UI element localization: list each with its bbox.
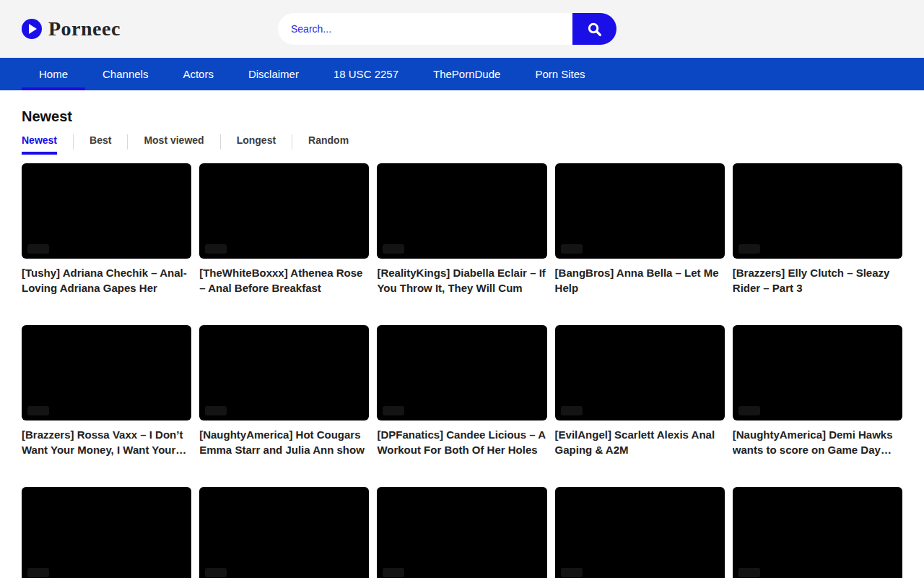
video-card[interactable]: [Brazzers] Elly Clutch – Sleazy Rider – … xyxy=(733,163,902,296)
main-content: Newest NewestBestMost viewedLongestRando… xyxy=(0,108,924,578)
duration-badge xyxy=(383,568,404,577)
video-thumbnail[interactable] xyxy=(377,325,546,420)
video-card[interactable] xyxy=(733,487,902,578)
video-title[interactable]: [TheWhiteBoxxx] Athenea Rose – Anal Befo… xyxy=(199,265,369,296)
tab-newest[interactable]: Newest xyxy=(22,134,57,155)
video-thumbnail[interactable] xyxy=(733,163,902,259)
main-nav: HomeChannelsActorsDisclaimer18 USC 2257T… xyxy=(0,58,924,90)
video-title[interactable]: [Brazzers] Elly Clutch – Sleazy Rider – … xyxy=(733,265,902,296)
nav-item-disclaimer[interactable]: Disclaimer xyxy=(231,58,316,90)
tab-most-viewed[interactable]: Most viewed xyxy=(144,134,204,155)
duration-badge xyxy=(27,244,49,254)
duration-badge xyxy=(738,406,760,415)
video-card[interactable] xyxy=(199,487,369,578)
video-thumbnail[interactable] xyxy=(733,487,902,578)
nav-item-actors[interactable]: Actors xyxy=(165,58,231,90)
duration-badge xyxy=(27,406,49,415)
tab-best[interactable]: Best xyxy=(90,134,111,155)
video-card[interactable]: [NaughtyAmerica] Demi Hawks wants to sco… xyxy=(733,325,902,457)
video-title[interactable]: [Brazzers] Rossa Vaxx – I Don’t Want You… xyxy=(22,427,191,457)
video-card[interactable]: [EvilAngel] Scarlett Alexis Anal Gaping … xyxy=(555,325,725,457)
nav-list: HomeChannelsActorsDisclaimer18 USC 2257T… xyxy=(0,58,924,90)
video-card[interactable]: [DPFanatics] Candee Licious – A Workout … xyxy=(377,325,546,457)
page-title: Newest xyxy=(22,108,902,125)
tab-separator xyxy=(220,134,221,150)
site-header: Porneec xyxy=(0,0,924,58)
video-grid: [Tushy] Adriana Chechik – Anal-Loving Ad… xyxy=(22,163,902,578)
search-icon xyxy=(586,21,603,38)
nav-item-theporndude[interactable]: ThePornDude xyxy=(416,58,518,90)
nav-item-home[interactable]: Home xyxy=(22,58,85,90)
nav-item-porn-sites[interactable]: Porn Sites xyxy=(518,58,602,90)
video-thumbnail[interactable] xyxy=(555,163,725,259)
sort-tabs: NewestBestMost viewedLongestRandom xyxy=(22,134,902,155)
nav-item-channels[interactable]: Channels xyxy=(85,58,165,90)
search-button[interactable] xyxy=(572,13,616,45)
video-title[interactable]: [NaughtyAmerica] Demi Hawks wants to sco… xyxy=(733,427,902,457)
video-thumbnail[interactable] xyxy=(199,325,369,420)
search-form xyxy=(278,13,616,45)
video-thumbnail[interactable] xyxy=(377,163,546,259)
video-thumbnail[interactable] xyxy=(377,487,546,578)
video-card[interactable] xyxy=(22,487,191,578)
tab-separator xyxy=(127,134,128,150)
video-card[interactable]: [TheWhiteBoxxx] Athenea Rose – Anal Befo… xyxy=(199,163,369,296)
duration-badge xyxy=(738,244,760,254)
tab-separator xyxy=(292,134,292,150)
video-title[interactable]: [EvilAngel] Scarlett Alexis Anal Gaping … xyxy=(555,427,725,457)
video-card[interactable]: [Brazzers] Rossa Vaxx – I Don’t Want You… xyxy=(22,325,191,457)
search-input[interactable] xyxy=(278,13,616,45)
tab-longest[interactable]: Longest xyxy=(237,134,276,155)
video-card[interactable]: [BangBros] Anna Bella – Let Me Help xyxy=(555,163,725,296)
video-thumbnail[interactable] xyxy=(555,325,725,420)
video-thumbnail[interactable] xyxy=(22,487,191,578)
duration-badge xyxy=(738,568,760,577)
video-title[interactable]: [BangBros] Anna Bella – Let Me Help xyxy=(555,265,725,296)
duration-badge xyxy=(383,244,404,254)
duration-badge xyxy=(561,406,583,415)
video-card[interactable]: [RealityKings] Diabella Eclair – If You … xyxy=(377,163,546,296)
duration-badge xyxy=(205,244,227,254)
duration-badge xyxy=(561,568,583,577)
video-thumbnail[interactable] xyxy=(22,163,191,259)
video-title[interactable]: [RealityKings] Diabella Eclair – If You … xyxy=(377,265,546,296)
nav-item-18-usc-2257[interactable]: 18 USC 2257 xyxy=(316,58,416,90)
video-title[interactable]: [NaughtyAmerica] Hot Cougars Emma Starr … xyxy=(199,427,369,457)
video-thumbnail[interactable] xyxy=(733,325,902,420)
duration-badge xyxy=(561,244,583,254)
video-card[interactable] xyxy=(377,487,546,578)
play-triangle xyxy=(29,24,37,34)
duration-badge xyxy=(205,568,227,577)
video-thumbnail[interactable] xyxy=(22,325,191,420)
logo-text: Porneec xyxy=(48,17,121,40)
video-thumbnail[interactable] xyxy=(555,487,725,578)
video-card[interactable]: [NaughtyAmerica] Hot Cougars Emma Starr … xyxy=(199,325,369,457)
logo[interactable]: Porneec xyxy=(22,17,121,40)
video-thumbnail[interactable] xyxy=(199,163,369,259)
tab-separator xyxy=(73,134,74,150)
tab-random[interactable]: Random xyxy=(308,134,349,155)
video-title[interactable]: [DPFanatics] Candee Licious – A Workout … xyxy=(377,427,546,457)
video-thumbnail[interactable] xyxy=(199,487,369,578)
play-icon xyxy=(22,19,42,39)
duration-badge xyxy=(383,406,404,415)
video-title[interactable]: [Tushy] Adriana Chechik – Anal-Loving Ad… xyxy=(22,265,191,296)
video-card[interactable] xyxy=(555,487,725,578)
duration-badge xyxy=(27,568,49,577)
duration-badge xyxy=(205,406,227,415)
video-card[interactable]: [Tushy] Adriana Chechik – Anal-Loving Ad… xyxy=(22,163,191,296)
